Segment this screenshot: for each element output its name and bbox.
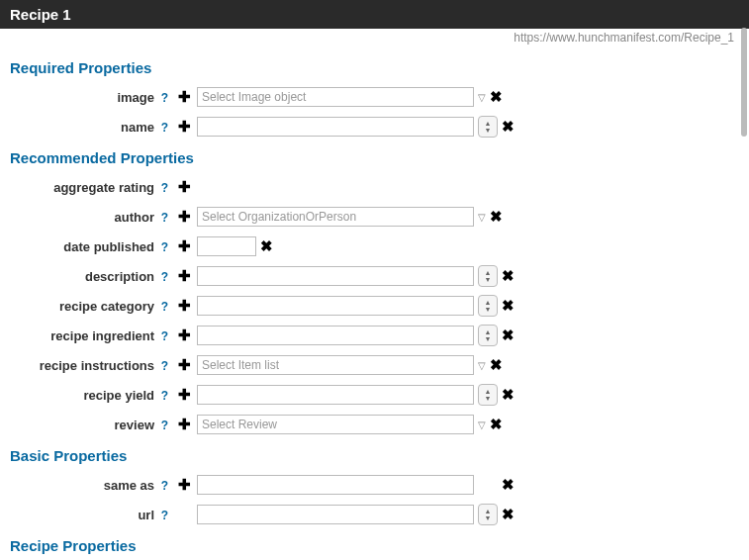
same-as-input[interactable] bbox=[197, 475, 474, 495]
help-icon[interactable]: ? bbox=[161, 509, 168, 522]
help-icon[interactable]: ? bbox=[161, 211, 168, 225]
remove-icon[interactable]: ✖ bbox=[260, 237, 273, 255]
remove-icon[interactable]: ✖ bbox=[502, 476, 515, 494]
section-basic-title: Basic Properties bbox=[10, 447, 739, 464]
stepper-control[interactable]: ▲▼ bbox=[478, 325, 498, 346]
row-image: image ? ✚ ▽ ✖ bbox=[10, 84, 739, 110]
remove-icon[interactable]: ✖ bbox=[490, 356, 503, 374]
section-recommended-title: Recommended Properties bbox=[10, 149, 739, 166]
label-recipe-instructions: recipe instructions ? bbox=[10, 358, 172, 373]
row-description: description ? ✚ ▲▼ ✖ bbox=[10, 263, 739, 289]
label-description: description ? bbox=[10, 269, 172, 284]
help-icon[interactable]: ? bbox=[161, 359, 168, 373]
stepper-control[interactable]: ▲▼ bbox=[478, 295, 498, 317]
recipe-category-input[interactable] bbox=[197, 296, 474, 316]
label-review: review ? bbox=[10, 418, 172, 432]
plus-icon[interactable]: ✚ bbox=[178, 297, 191, 315]
page-header: Recipe 1 bbox=[0, 0, 749, 29]
remove-icon[interactable]: ✖ bbox=[502, 118, 515, 136]
section-recipe-title: Recipe Properties bbox=[10, 537, 739, 554]
recipe-yield-input[interactable] bbox=[197, 385, 474, 405]
help-icon[interactable]: ? bbox=[161, 270, 168, 284]
plus-icon[interactable]: ✚ bbox=[178, 267, 191, 285]
plus-icon[interactable]: ✚ bbox=[178, 88, 191, 106]
row-url: url ? ✚ ▲▼ ✖ bbox=[10, 502, 739, 527]
image-input[interactable] bbox=[197, 87, 474, 107]
stepper-control[interactable]: ▲▼ bbox=[478, 116, 498, 138]
dropdown-icon[interactable]: ▽ bbox=[478, 420, 486, 430]
dropdown-icon[interactable]: ▽ bbox=[478, 92, 486, 103]
row-date-published: date published ? ✚ ✖ bbox=[10, 233, 739, 259]
plus-icon[interactable]: ✚ bbox=[178, 178, 191, 196]
plus-icon[interactable]: ✚ bbox=[178, 476, 191, 494]
remove-icon[interactable]: ✖ bbox=[490, 416, 503, 433]
label-recipe-category: recipe category ? bbox=[10, 299, 172, 314]
label-same-as: same as ? bbox=[10, 478, 172, 493]
row-same-as: same as ? ✚ ✖ bbox=[10, 472, 739, 498]
row-aggregate-rating: aggregate rating ? ✚ bbox=[10, 174, 739, 200]
recipe-ingredient-input[interactable] bbox=[197, 326, 474, 345]
plus-icon[interactable]: ✚ bbox=[178, 237, 191, 255]
author-input[interactable] bbox=[197, 207, 474, 227]
help-icon[interactable]: ? bbox=[161, 300, 168, 314]
plus-icon[interactable]: ✚ bbox=[178, 416, 191, 433]
row-author: author ? ✚ ▽ ✖ bbox=[10, 204, 739, 230]
row-recipe-instructions: recipe instructions ? ✚ ▽ ✖ bbox=[10, 352, 739, 378]
help-icon[interactable]: ? bbox=[161, 181, 168, 195]
help-icon[interactable]: ? bbox=[161, 419, 168, 432]
plus-icon[interactable]: ✚ bbox=[178, 118, 191, 136]
help-icon[interactable]: ? bbox=[161, 121, 168, 135]
label-name: name ? bbox=[10, 120, 172, 135]
dropdown-icon[interactable]: ▽ bbox=[478, 212, 486, 223]
row-name: name ? ✚ ▲▼ ✖ bbox=[10, 114, 739, 140]
row-recipe-yield: recipe yield ? ✚ ▲▼ ✖ bbox=[10, 382, 739, 408]
url-input[interactable] bbox=[197, 505, 474, 524]
remove-icon[interactable]: ✖ bbox=[490, 208, 503, 226]
remove-icon[interactable]: ✖ bbox=[502, 506, 515, 523]
scrollbar-thumb[interactable] bbox=[741, 28, 747, 137]
stepper-control[interactable]: ▲▼ bbox=[478, 265, 498, 287]
help-icon[interactable]: ? bbox=[161, 240, 168, 254]
page-title: Recipe 1 bbox=[10, 6, 71, 23]
stepper-control[interactable]: ▲▼ bbox=[478, 504, 498, 525]
stepper-control[interactable]: ▲▼ bbox=[478, 384, 498, 406]
url-display: https://www.hunchmanifest.com/Recipe_1 bbox=[0, 29, 749, 45]
section-required-title: Required Properties bbox=[10, 59, 739, 76]
help-icon[interactable]: ? bbox=[161, 329, 168, 343]
label-author: author ? bbox=[10, 210, 172, 225]
help-icon[interactable]: ? bbox=[161, 91, 168, 105]
label-date-published: date published ? bbox=[10, 239, 172, 254]
label-url: url ? bbox=[10, 508, 172, 522]
plus-icon[interactable]: ✚ bbox=[178, 386, 191, 404]
label-image: image ? bbox=[10, 90, 172, 105]
help-icon[interactable]: ? bbox=[161, 389, 168, 403]
description-input[interactable] bbox=[197, 266, 474, 286]
label-aggregate-rating: aggregate rating ? bbox=[10, 180, 172, 195]
dropdown-icon[interactable]: ▽ bbox=[478, 360, 486, 371]
plus-icon[interactable]: ✚ bbox=[178, 356, 191, 374]
name-input[interactable] bbox=[197, 117, 474, 137]
remove-icon[interactable]: ✖ bbox=[502, 386, 515, 404]
remove-icon[interactable]: ✖ bbox=[502, 267, 515, 285]
form-content: Required Properties image ? ✚ ▽ ✖ name ?… bbox=[0, 45, 749, 560]
remove-icon[interactable]: ✖ bbox=[490, 88, 503, 106]
remove-icon[interactable]: ✖ bbox=[502, 297, 515, 315]
help-icon[interactable]: ? bbox=[161, 479, 168, 493]
row-recipe-ingredient: recipe ingredient ? ✚ ▲▼ ✖ bbox=[10, 323, 739, 348]
date-published-input[interactable] bbox=[197, 236, 256, 256]
row-review: review ? ✚ ▽ ✖ bbox=[10, 412, 739, 437]
row-recipe-category: recipe category ? ✚ ▲▼ ✖ bbox=[10, 293, 739, 319]
review-input[interactable] bbox=[197, 415, 474, 434]
label-recipe-ingredient: recipe ingredient ? bbox=[10, 328, 172, 343]
recipe-instructions-input[interactable] bbox=[197, 355, 474, 375]
plus-icon[interactable]: ✚ bbox=[178, 208, 191, 226]
remove-icon[interactable]: ✖ bbox=[502, 327, 515, 344]
label-recipe-yield: recipe yield ? bbox=[10, 388, 172, 403]
plus-icon[interactable]: ✚ bbox=[178, 327, 191, 344]
